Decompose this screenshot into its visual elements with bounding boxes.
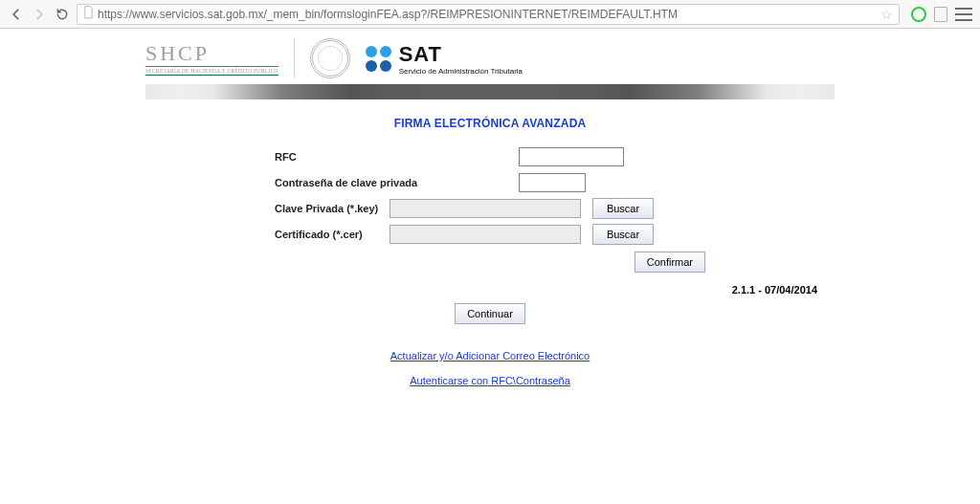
certificate-path-display xyxy=(390,225,581,244)
private-key-label: Clave Privada (*.key) xyxy=(275,203,390,214)
page-icon xyxy=(83,6,94,22)
continue-button[interactable]: Continuar xyxy=(455,303,525,324)
private-key-path-display xyxy=(390,199,581,218)
shcp-logo-subtext: SECRETARÍA DE HACIENDA Y CRÉDITO PÚBLICO xyxy=(145,66,278,76)
header-logos: SHCP SECRETARÍA DE HACIENDA Y CRÉDITO PÚ… xyxy=(145,29,835,84)
page-title: FIRMA ELECTRÓNICA AVANZADA xyxy=(0,117,980,130)
bookmark-star-icon[interactable]: ☆ xyxy=(880,7,893,22)
menu-button[interactable] xyxy=(955,8,972,21)
certificate-label: Certificado (*.cer) xyxy=(275,229,390,240)
sat-logo: SAT Servicio de Administración Tributari… xyxy=(366,42,523,76)
browser-toolbar: https://www.servicios.sat.gob.mx/_mem_bi… xyxy=(0,0,980,29)
back-button[interactable] xyxy=(8,6,25,23)
forward-button[interactable] xyxy=(31,6,48,23)
reload-button[interactable] xyxy=(54,6,71,23)
sat-logo-text: SAT xyxy=(399,42,523,67)
url-bar[interactable]: https://www.servicios.sat.gob.mx/_mem_bi… xyxy=(77,4,900,25)
rfc-label: RFC xyxy=(275,151,437,163)
header-gradient-strip xyxy=(145,84,835,99)
extension-page-icon[interactable] xyxy=(934,7,947,22)
browse-private-key-button[interactable]: Buscar xyxy=(592,198,654,219)
confirm-button[interactable]: Confirmar xyxy=(635,252,705,273)
login-form: RFC Contraseña de clave privada Clave Pr… xyxy=(275,143,705,274)
password-label: Contraseña de clave privada xyxy=(275,177,437,188)
rfc-input[interactable] xyxy=(519,147,624,166)
sat-dots-icon xyxy=(366,46,391,72)
url-text: https://www.servicios.sat.gob.mx/_mem_bi… xyxy=(98,8,678,21)
password-input[interactable] xyxy=(519,173,586,192)
auth-rfc-password-link[interactable]: Autenticarse con RFC\Contraseña xyxy=(410,375,570,386)
browse-certificate-button[interactable]: Buscar xyxy=(592,224,654,245)
logo-divider xyxy=(294,38,295,78)
sat-logo-subtext: Servicio de Administración Tributaria xyxy=(399,67,523,76)
auxiliary-links: Actualizar y/o Adicionar Correo Electrón… xyxy=(0,343,980,393)
extension-green-circle-icon[interactable] xyxy=(911,7,926,22)
extension-area xyxy=(911,7,972,22)
mexico-seal-icon xyxy=(310,38,350,78)
page-body: SHCP SECRETARÍA DE HACIENDA Y CRÉDITO PÚ… xyxy=(0,29,980,393)
shcp-logo: SHCP SECRETARÍA DE HACIENDA Y CRÉDITO PÚ… xyxy=(145,41,278,76)
version-text: 2.1.1 - 07/04/2014 xyxy=(145,284,835,296)
update-email-link[interactable]: Actualizar y/o Adicionar Correo Electrón… xyxy=(390,350,590,362)
shcp-logo-text: SHCP xyxy=(145,41,278,66)
